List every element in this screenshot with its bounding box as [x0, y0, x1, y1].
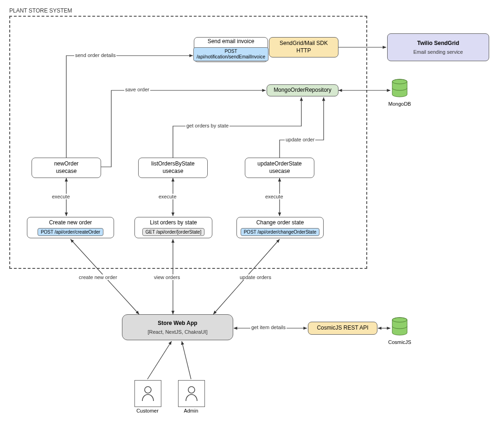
- customer-label: Customer: [131, 408, 164, 413]
- change-order-api: POST /api/order/changeOrderState: [241, 228, 320, 236]
- svg-point-5: [188, 387, 195, 393]
- listorders-usecase-node: listOrdersByState usecase: [138, 158, 208, 178]
- neworder-usecase-node: newOrder usecase: [32, 158, 101, 178]
- system-label: PLANT STORE SYSTEM: [9, 7, 72, 14]
- create-order-node: Create new order POST /api/order/createO…: [27, 217, 114, 238]
- svg-point-4: [145, 387, 151, 393]
- label-get-orders: get orders by state: [185, 123, 230, 128]
- admin-actor: [178, 380, 205, 407]
- change-order-node: Change order state POST /api/order/chang…: [236, 217, 324, 238]
- cosmicjs-label: CosmicJS: [385, 339, 415, 345]
- mongodb-label: MongoDB: [385, 101, 415, 107]
- twilio-node: Twilio SendGrid Email sending service: [387, 33, 489, 61]
- label-execute-3: execute: [264, 194, 284, 199]
- label-update-orders: update orders: [239, 274, 272, 280]
- mongodb-icon: [391, 79, 408, 101]
- sendgrid-sdk-node: SendGrid/Mail SDK HTTP: [269, 37, 338, 57]
- customer-actor: [134, 380, 161, 407]
- label-get-item-details: get item details: [250, 324, 287, 330]
- admin-label: Admin: [175, 408, 207, 413]
- list-orders-api: GET /api/order/[orderState]: [142, 228, 204, 236]
- send-email-node: Send email invoice POST /api/notificatio…: [194, 37, 268, 62]
- label-send-order-details: send order details: [74, 52, 116, 58]
- label-save-order: save order: [124, 87, 150, 92]
- label-view-orders: view orders: [153, 274, 181, 280]
- label-update-order: update order: [285, 137, 315, 142]
- person-icon: [141, 386, 155, 401]
- label-create-new-order: create new order: [78, 274, 118, 280]
- send-email-title: Send email invoice: [208, 38, 255, 45]
- person-icon: [185, 386, 198, 401]
- webapp-node: Store Web App [React, NextJS, ChakraUI]: [122, 314, 233, 340]
- updateorder-usecase-node: updateOrderState usecase: [245, 158, 314, 178]
- list-orders-node: List orders by state GET /api/order/[ord…: [134, 217, 212, 238]
- cosmicjs-icon: [391, 317, 408, 339]
- label-execute-2: execute: [158, 194, 178, 199]
- mongo-repo-node: MongoOrderRepository: [267, 84, 338, 96]
- label-execute-1: execute: [51, 194, 71, 199]
- send-email-api: POST /api/notification/sendEmailInvoice: [193, 47, 268, 61]
- create-order-api: POST /api/order/createOrder: [38, 228, 103, 236]
- cosmic-api-node: CosmicJS REST API: [308, 322, 377, 335]
